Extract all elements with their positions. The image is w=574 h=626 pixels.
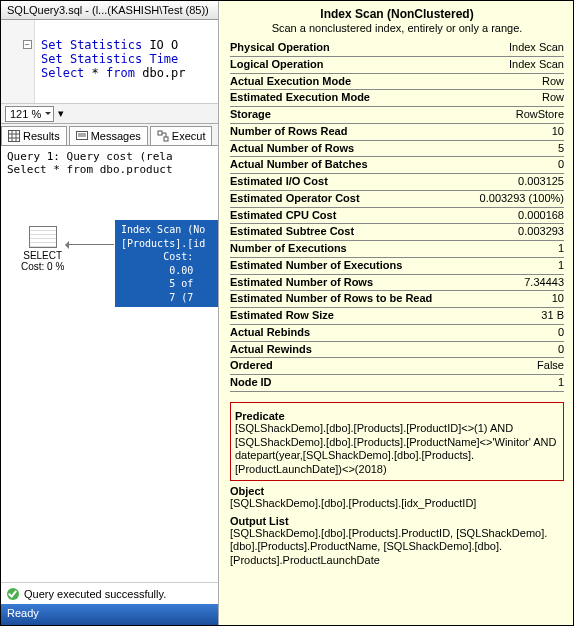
property-value: 0.003293 <box>518 225 564 239</box>
property-key: Ordered <box>230 359 273 373</box>
predicate-text: [SQLShackDemo].[dbo].[Products].[Product… <box>235 422 559 477</box>
property-value: Row <box>542 91 564 105</box>
property-key: Estimated I/O Cost <box>230 175 328 189</box>
predicate-box: Predicate [SQLShackDemo].[dbo].[Products… <box>230 402 564 481</box>
ready-text: Ready <box>7 607 39 619</box>
tooltip-property-row: OrderedFalse <box>230 358 564 375</box>
tab-results[interactable]: Results <box>1 126 67 145</box>
property-value: 7.34443 <box>524 276 564 290</box>
property-key: Actual Rewinds <box>230 343 312 357</box>
results-tabs: Results Messages Execut <box>1 124 218 146</box>
property-key: Estimated Row Size <box>230 309 334 323</box>
plan-icon <box>157 130 169 142</box>
document-tab[interactable]: SQLQuery3.sql - (l...(KASHISH\Test (85)) <box>1 1 218 20</box>
zoom-bar: 121 % ▾ <box>1 104 218 124</box>
property-key: Storage <box>230 108 271 122</box>
property-key: Number of Executions <box>230 242 347 256</box>
property-key: Actual Rebinds <box>230 326 310 340</box>
property-key: Actual Number of Rows <box>230 142 354 156</box>
property-value: 5 <box>558 142 564 156</box>
tooltip-property-row: Actual Execution ModeRow <box>230 74 564 91</box>
query-header: Query 1: Query cost (rela Select * from … <box>1 146 218 178</box>
property-value: Index Scan <box>509 58 564 72</box>
zoom-dash: ▾ <box>58 107 64 120</box>
object-text: [SQLShackDemo].[dbo].[Products].[idx_Pro… <box>230 497 564 511</box>
code-lines: Set Statistics IO OSet Statistics TimeSe… <box>41 24 218 80</box>
property-key: Actual Number of Batches <box>230 158 368 172</box>
tooltip-property-row: Estimated Number of Rows to be Read10 <box>230 291 564 308</box>
grid-icon <box>8 130 20 142</box>
tooltip-property-row: Estimated Number of Executions1 <box>230 258 564 275</box>
property-key: Actual Execution Mode <box>230 75 351 89</box>
output-text: [SQLShackDemo].[dbo].[Products].ProductI… <box>230 527 564 568</box>
plan-node-index-scan[interactable]: Index Scan (No [Products].[id Cost: 0.00… <box>115 220 218 307</box>
output-label: Output List <box>230 515 564 527</box>
messages-icon <box>76 130 88 142</box>
property-value: 0.003293 (100%) <box>480 192 564 206</box>
tooltip-property-row: Logical OperationIndex Scan <box>230 57 564 74</box>
property-key: Estimated Subtree Cost <box>230 225 354 239</box>
footer-bar: Ready <box>1 604 219 625</box>
zoom-select[interactable]: 121 % <box>5 106 54 122</box>
property-key: Node ID <box>230 376 272 390</box>
plan-arrow <box>66 244 114 245</box>
tab-messages[interactable]: Messages <box>69 126 148 145</box>
property-key: Estimated Number of Rows to be Read <box>230 292 432 306</box>
tooltip-property-row: Estimated Row Size31 B <box>230 308 564 325</box>
property-key: Estimated Execution Mode <box>230 91 370 105</box>
tooltip-property-row: Actual Rewinds0 <box>230 342 564 359</box>
tooltip-property-row: Estimated Subtree Cost0.003293 <box>230 224 564 241</box>
status-text: Query executed successfully. <box>24 588 166 600</box>
property-value: 10 <box>552 292 564 306</box>
tooltip-subtitle: Scan a nonclustered index, entirely or o… <box>230 22 564 34</box>
svg-rect-8 <box>158 131 162 135</box>
property-value: Row <box>542 75 564 89</box>
tooltip-property-row: Number of Rows Read10 <box>230 124 564 141</box>
object-label: Object <box>230 485 564 497</box>
tooltip-property-row: StorageRowStore <box>230 107 564 124</box>
tooltip-property-row: Estimated CPU Cost0.000168 <box>230 208 564 225</box>
svg-rect-0 <box>9 131 20 142</box>
property-key: Estimated CPU Cost <box>230 209 336 223</box>
editor-gutter <box>1 20 35 103</box>
property-value: 1 <box>558 242 564 256</box>
property-value: 0.003125 <box>518 175 564 189</box>
property-key: Logical Operation <box>230 58 324 72</box>
property-value: 0.000168 <box>518 209 564 223</box>
tooltip-property-row: Node ID1 <box>230 375 564 392</box>
select-op-icon <box>29 226 57 248</box>
property-value: RowStore <box>516 108 564 122</box>
tooltip-property-row: Actual Number of Batches0 <box>230 157 564 174</box>
property-value: 1 <box>558 376 564 390</box>
tooltip-property-row: Number of Executions1 <box>230 241 564 258</box>
property-value: 31 B <box>541 309 564 323</box>
property-key: Estimated Number of Executions <box>230 259 402 273</box>
property-value: 1 <box>558 259 564 273</box>
property-value: 10 <box>552 125 564 139</box>
svg-rect-9 <box>164 137 168 141</box>
tooltip-property-row: Physical OperationIndex Scan <box>230 40 564 57</box>
property-key: Number of Rows Read <box>230 125 347 139</box>
tooltip-property-row: Estimated Operator Cost0.003293 (100%) <box>230 191 564 208</box>
property-value: 0 <box>558 158 564 172</box>
tooltip-property-row: Estimated I/O Cost0.003125 <box>230 174 564 191</box>
status-bar: Query executed successfully. <box>1 582 219 604</box>
property-value: Index Scan <box>509 41 564 55</box>
property-key: Estimated Number of Rows <box>230 276 373 290</box>
property-value: 0 <box>558 326 564 340</box>
property-key: Estimated Operator Cost <box>230 192 360 206</box>
predicate-label: Predicate <box>235 410 559 422</box>
property-value: 0 <box>558 343 564 357</box>
tab-execution-plan[interactable]: Execut <box>150 126 213 145</box>
plan-node-select[interactable]: SELECT Cost: 0 % <box>21 226 64 272</box>
tooltip-properties: Physical OperationIndex ScanLogical Oper… <box>230 40 564 392</box>
collapse-icon[interactable]: − <box>23 40 32 49</box>
sql-editor[interactable]: − Set Statistics IO OSet Statistics Time… <box>1 20 218 104</box>
success-icon <box>7 588 19 600</box>
tooltip-property-row: Actual Rebinds0 <box>230 325 564 342</box>
tooltip-property-row: Estimated Execution ModeRow <box>230 90 564 107</box>
tooltip-title: Index Scan (NonClustered) <box>230 7 564 21</box>
execution-plan-canvas[interactable]: SELECT Cost: 0 % Index Scan (No [Product… <box>1 178 218 373</box>
tooltip-property-row: Estimated Number of Rows7.34443 <box>230 275 564 292</box>
left-pane: SQLQuery3.sql - (l...(KASHISH\Test (85))… <box>1 1 219 625</box>
